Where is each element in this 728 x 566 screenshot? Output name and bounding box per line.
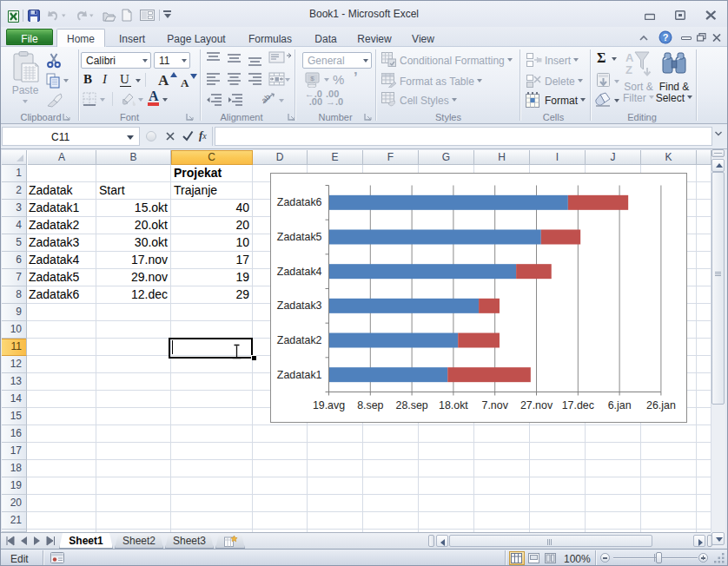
svg-text:A: A: [625, 51, 634, 64]
svg-text:18.okt: 18.okt: [439, 399, 468, 411]
svg-text:Zadatak4: Zadatak4: [277, 266, 322, 278]
svg-text:Zadatak2: Zadatak2: [277, 334, 322, 346]
svg-text:28.sep: 28.sep: [395, 399, 427, 411]
svg-text:6.jan: 6.jan: [608, 399, 632, 411]
svg-text:8.sep: 8.sep: [357, 399, 383, 411]
svg-text:Z: Z: [625, 63, 632, 76]
svg-text:17.dec: 17.dec: [562, 399, 594, 411]
svg-text:Zadatak3: Zadatak3: [277, 299, 322, 312]
svg-text:26.jan: 26.jan: [646, 399, 676, 411]
svg-text:Zadatak5: Zadatak5: [277, 231, 322, 243]
svg-text:19.avg: 19.avg: [313, 399, 345, 411]
svg-text:?: ?: [663, 32, 669, 43]
svg-text:7.nov: 7.nov: [482, 399, 509, 411]
svg-text:Zadatak6: Zadatak6: [277, 196, 322, 208]
svg-text:27.nov: 27.nov: [520, 399, 553, 411]
svg-text:$: $: [310, 75, 314, 82]
svg-text:ab: ab: [260, 93, 272, 105]
svg-text:Zadatak1: Zadatak1: [277, 369, 322, 381]
